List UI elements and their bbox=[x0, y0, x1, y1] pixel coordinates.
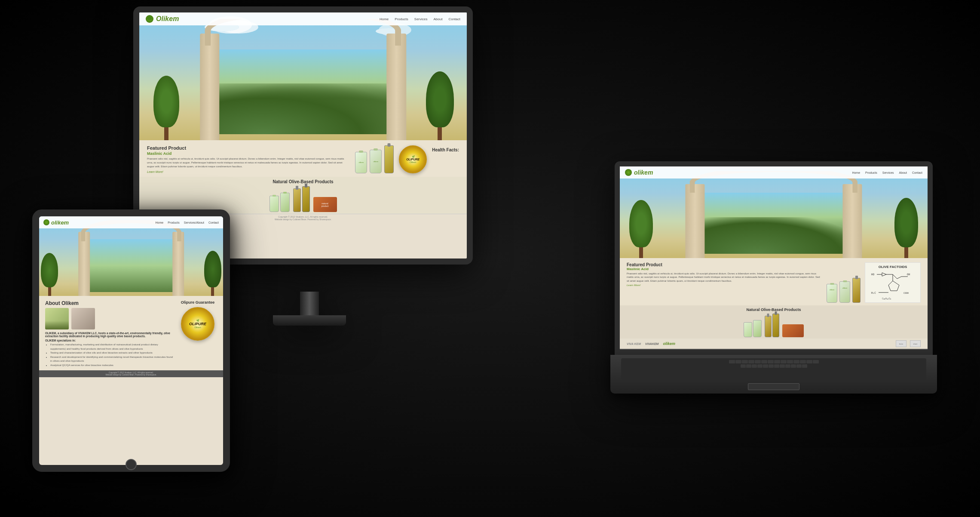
about-bullet-4: Analytical QC/QA services for olive bioa… bbox=[50, 363, 174, 368]
laptop-nav-bar: olikem Home Products Services About Cont… bbox=[620, 166, 928, 178]
laptop-nav-products[interactable]: Products bbox=[865, 171, 877, 174]
tablet-nav-products[interactable]: Products bbox=[168, 221, 180, 224]
monitor-stand-base bbox=[273, 315, 346, 326]
laptop-nav-services[interactable]: Services bbox=[882, 171, 894, 174]
about-specializes: OLIKEM specializes in: bbox=[45, 339, 174, 342]
about-title: About Olikem bbox=[45, 300, 174, 306]
tablet-home-button[interactable] bbox=[126, 459, 137, 470]
laptop-product-body: Praesent odio nisl, sagittis at vehicula… bbox=[627, 272, 822, 283]
logo: Olikem bbox=[146, 15, 179, 23]
nav-bar: Olikem Home Products Services About Cont… bbox=[139, 12, 467, 25]
svg-line-10 bbox=[888, 285, 891, 291]
tablet-footer-credits: Website design by Cubixed Bean. Powered … bbox=[40, 374, 222, 376]
laptop: olikem Home Products Services About Cont… bbox=[610, 161, 946, 394]
laptop-nav-contact[interactable]: Contact bbox=[912, 171, 922, 174]
svg-line-12 bbox=[897, 285, 899, 291]
olipure-badge: 🌿 OLIPURE Olikem bbox=[399, 145, 427, 173]
monitor-stand-neck bbox=[300, 292, 319, 315]
health-facts-title: Health Facts: bbox=[432, 148, 459, 152]
learn-more-link[interactable]: Learn More! bbox=[147, 170, 350, 173]
nav-home[interactable]: Home bbox=[380, 17, 389, 21]
tablet-nav-contact[interactable]: Contact bbox=[208, 221, 219, 224]
nav-about[interactable]: About bbox=[434, 17, 443, 21]
tablet-nav-services-about[interactable]: Services/About bbox=[184, 221, 204, 224]
about-bullet-1: Formulation, manufacturing, marketing an… bbox=[50, 343, 174, 351]
laptop-base bbox=[610, 355, 937, 394]
svg-text:HO: HO bbox=[871, 273, 875, 276]
svg-line-9 bbox=[888, 281, 893, 285]
brand-vivakem-1: VIVA KEM bbox=[627, 342, 641, 345]
tablet-frame: olikem Home Products Services/About Cont… bbox=[32, 209, 230, 472]
olive-factoids: OLIVE FACTOIDS HO OH bbox=[865, 262, 921, 303]
svg-line-13 bbox=[893, 281, 899, 285]
svg-text:H₂C: H₂C bbox=[871, 291, 876, 294]
guarantee-badge: 🌿 OLIPURE Olikem bbox=[181, 307, 214, 341]
svg-text:OH: OH bbox=[907, 273, 910, 276]
svg-text:COOH: COOH bbox=[903, 292, 909, 294]
tablet-nav-home[interactable]: Home bbox=[155, 221, 163, 224]
tablet-logo: olikem bbox=[51, 219, 69, 226]
laptop-nav-about[interactable]: About bbox=[899, 171, 907, 174]
logo-text: Olikem bbox=[156, 15, 179, 23]
svg-text:C₃₀H₄₈O₄: C₃₀H₄₈O₄ bbox=[882, 297, 891, 300]
natural-products-title: Natural Olive-Based Products bbox=[147, 179, 459, 184]
nav-contact[interactable]: Contact bbox=[448, 17, 460, 21]
svg-line-4 bbox=[893, 274, 897, 279]
laptop-logo: olikem bbox=[634, 169, 653, 176]
laptop-screen: olikem Home Products Services About Cont… bbox=[615, 161, 933, 355]
featured-product-body: Praesent odio nisl, sagittis at vehicula… bbox=[147, 157, 350, 168]
laptop-nav-home[interactable]: Home bbox=[852, 171, 860, 174]
svg-line-5 bbox=[897, 277, 901, 279]
laptop-touchpad bbox=[748, 383, 799, 390]
laptop-featured-title: Featured Product bbox=[627, 262, 822, 267]
about-bullet-2: Testing and characterization of olive oi… bbox=[50, 351, 174, 355]
featured-product-name: Maslinic Acid bbox=[147, 151, 350, 156]
brand-olikem: olikem bbox=[663, 342, 675, 346]
nav-services[interactable]: Services bbox=[414, 17, 428, 21]
nav-products[interactable]: Products bbox=[395, 17, 408, 21]
laptop-learn-more[interactable]: Learn More! bbox=[627, 284, 822, 286]
tablet-nav-bar: olikem Home Products Services/About Cont… bbox=[39, 216, 223, 228]
about-company-desc: OLIKEM, a subsidiary of VIVAKEM LLC, hos… bbox=[45, 332, 174, 338]
brand-vivakem-2: VIVAKEM bbox=[645, 342, 658, 345]
laptop-natural-title: Natural Olive-Based Products bbox=[627, 308, 921, 312]
svg-marker-2 bbox=[882, 273, 886, 276]
about-bullet-3: Research and development for identifying… bbox=[50, 355, 174, 363]
guarantee-title: Olipure Guarantee bbox=[181, 300, 215, 305]
nav-links: Home Products Services About Contact bbox=[380, 17, 460, 21]
tablet: olikem Home Products Services/About Cont… bbox=[32, 209, 230, 472]
laptop-product-name: Maslinic Acid bbox=[627, 267, 822, 271]
featured-product-title: Featured Product bbox=[147, 145, 350, 151]
